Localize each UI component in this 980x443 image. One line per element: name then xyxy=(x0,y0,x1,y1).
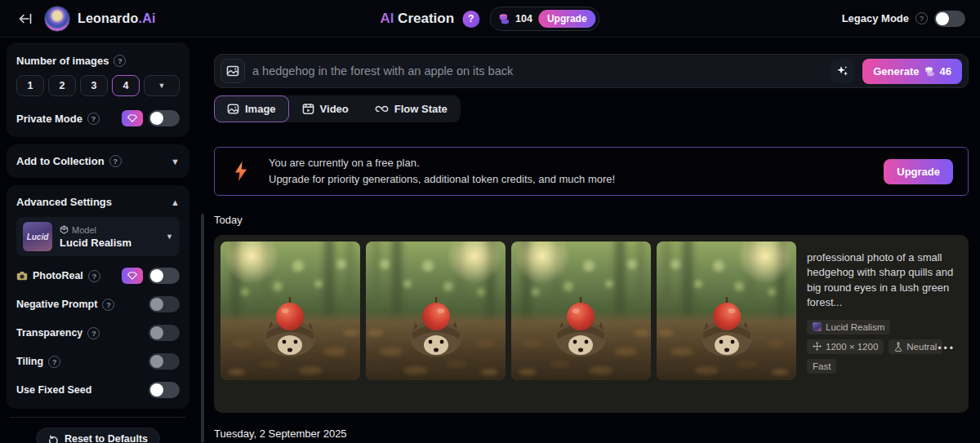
negative-prompt-label: Negative Prompt xyxy=(16,299,97,310)
generation-info: professional photo of a small hedgehog w… xyxy=(802,241,957,406)
generate-label: Generate xyxy=(873,65,919,78)
model-badge-thumb-icon xyxy=(813,322,822,331)
size-badge[interactable]: 1200 × 1200 xyxy=(807,339,884,354)
style-badge[interactable]: Neutral xyxy=(889,339,942,354)
advanced-settings-label: Advanced Settings xyxy=(16,196,112,208)
tab-video[interactable]: Video xyxy=(289,95,362,122)
model-thumbnail: Lucid xyxy=(23,222,52,251)
tab-flow-state[interactable]: Flow State xyxy=(362,95,461,122)
add-image-button[interactable] xyxy=(220,59,245,83)
free-plan-banner: You are currently on a free plan. Upgrad… xyxy=(214,147,969,196)
number-of-images-text: Number of images xyxy=(16,55,109,67)
token-count: 104 xyxy=(515,13,532,24)
legacy-mode-toggle[interactable] xyxy=(934,11,965,27)
count-option-2[interactable]: 2 xyxy=(48,75,76,96)
sidebar-divider xyxy=(10,417,186,418)
chevron-up-icon[interactable]: ▲ xyxy=(171,197,180,207)
image-count-card: Number of images ? 1 2 3 4 ▼ Private Mod… xyxy=(7,42,189,137)
date-section-label: Tuesday, 2 September 2025 xyxy=(214,427,969,440)
banner-line2: Upgrade for priority generations, additi… xyxy=(269,171,615,188)
help-button[interactable]: ? xyxy=(462,11,479,28)
number-of-images-label: Number of images ? xyxy=(16,55,126,67)
negative-prompt-help-icon[interactable]: ? xyxy=(102,299,114,311)
sidebar: Number of images ? 1 2 3 4 ▼ Private Mod… xyxy=(0,38,196,443)
prompt-input[interactable] xyxy=(252,64,823,78)
private-mode-help-icon[interactable]: ? xyxy=(87,113,100,125)
image-upload-icon xyxy=(226,64,239,78)
photoreal-help-icon[interactable]: ? xyxy=(88,270,100,282)
reset-icon xyxy=(48,434,59,443)
generated-image-1[interactable] xyxy=(220,241,360,380)
tiling-toggle[interactable] xyxy=(149,353,180,370)
image-tab-icon xyxy=(227,103,239,115)
count-option-1[interactable]: 1 xyxy=(16,75,44,96)
premium-gem-badge xyxy=(122,268,143,284)
more-options-button[interactable]: ••• xyxy=(938,343,956,354)
banner-line1: You are currently on a free plan. xyxy=(269,155,615,171)
scrollbar-thumb[interactable] xyxy=(201,214,204,443)
model-selector[interactable]: Lucid Model Lucid Realism ▼ xyxy=(16,217,180,256)
topbar-center: AI Creation ? 104 Upgrade xyxy=(380,0,599,38)
premium-gem-badge xyxy=(122,110,143,126)
coins-icon xyxy=(498,13,510,24)
coins-icon xyxy=(924,66,935,77)
negative-prompt-toggle[interactable] xyxy=(149,296,180,312)
transparency-help-icon[interactable]: ? xyxy=(87,327,100,339)
speed-badge[interactable]: Fast xyxy=(807,359,836,374)
style-badge-label: Neutral xyxy=(906,342,937,352)
title-rest: Creation xyxy=(398,11,454,26)
dimensions-icon xyxy=(813,342,822,351)
generate-button[interactable]: Generate 46 xyxy=(862,59,962,84)
generation-prompt-preview[interactable]: professional photo of a small hedgehog w… xyxy=(807,250,957,311)
private-mode-label: Private Mode xyxy=(16,113,82,125)
prompt-enhance-button[interactable] xyxy=(831,59,855,83)
tiling-help-icon[interactable]: ? xyxy=(48,356,60,368)
model-badge[interactable]: Lucid Realism xyxy=(807,320,890,334)
generated-image-4[interactable] xyxy=(657,241,796,380)
generated-image-3[interactable] xyxy=(511,241,651,380)
tiling-row: Tiling ? xyxy=(16,353,180,370)
collection-help-icon[interactable]: ? xyxy=(109,155,122,167)
back-icon xyxy=(18,13,33,24)
topbar: Leonardo.Ai AI Creation ? 104 Upgrade Le… xyxy=(0,0,980,38)
number-of-images-help-icon[interactable]: ? xyxy=(114,55,126,67)
photoreal-toggle[interactable] xyxy=(149,268,180,284)
transparency-toggle[interactable] xyxy=(149,325,180,341)
legacy-mode-label: Legacy Mode xyxy=(842,12,909,24)
back-button[interactable] xyxy=(15,10,36,28)
leonardo-logo[interactable] xyxy=(44,6,70,32)
photoreal-row: PhotoReal ? xyxy=(16,268,180,284)
main-content: Generate 46 Image xyxy=(209,38,980,443)
legacy-mode-control: Legacy Mode ? xyxy=(842,11,965,27)
image-count-options: 1 2 3 4 ▼ xyxy=(16,75,180,96)
upgrade-button-banner[interactable]: Upgrade xyxy=(884,159,953,184)
upgrade-button-topbar[interactable]: Upgrade xyxy=(538,10,596,28)
tab-flow-state-label: Flow State xyxy=(394,103,448,115)
page-title: AI Creation xyxy=(380,11,454,27)
token-balance-pill[interactable]: 104 Upgrade xyxy=(489,7,600,31)
photoreal-camera-icon xyxy=(16,271,28,281)
use-fixed-seed-row: Use Fixed Seed xyxy=(16,382,180,398)
legacy-help-icon[interactable]: ? xyxy=(915,12,928,24)
advanced-settings-header[interactable]: Advanced Settings ▲ xyxy=(16,196,180,208)
chevron-down-icon[interactable]: ▼ xyxy=(171,157,180,166)
size-badge-label: 1200 × 1200 xyxy=(826,342,878,352)
generated-image-2[interactable] xyxy=(366,241,506,380)
private-mode-toggle[interactable] xyxy=(149,110,180,126)
transparency-label: Transparency xyxy=(16,327,82,339)
reset-to-defaults-button[interactable]: Reset to Defaults xyxy=(36,427,160,443)
gem-icon xyxy=(127,272,137,280)
use-fixed-seed-toggle[interactable] xyxy=(149,382,180,398)
flow-state-infinity-icon xyxy=(375,103,389,115)
count-dropdown[interactable]: ▼ xyxy=(144,75,180,96)
transparency-row: Transparency ? xyxy=(16,325,180,341)
count-option-3[interactable]: 3 xyxy=(80,75,108,96)
tab-image[interactable]: Image xyxy=(214,95,289,122)
count-option-4-selected[interactable]: 4 xyxy=(112,75,140,96)
gem-icon xyxy=(127,114,137,122)
collection-card[interactable]: Add to Collection ? ▼ xyxy=(7,144,189,178)
today-section-label: Today xyxy=(214,214,969,226)
model-cube-icon xyxy=(60,225,69,234)
model-caret-icon: ▼ xyxy=(166,233,173,241)
mode-tabs: Image Video Flow State xyxy=(214,95,461,122)
